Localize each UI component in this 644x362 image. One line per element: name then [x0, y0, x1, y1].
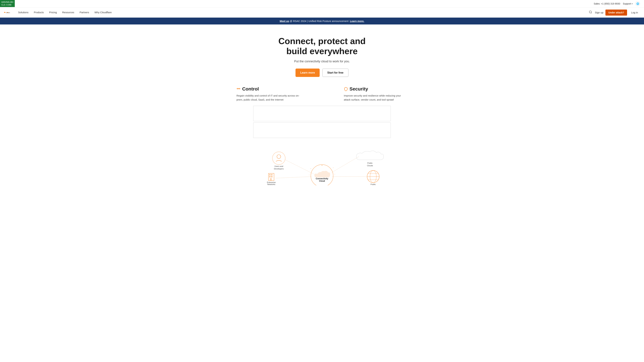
- svg-rect-13: [269, 176, 270, 177]
- cloudflare-logo[interactable]: CLOUDFLARE: [4, 10, 10, 14]
- svg-point-30: [333, 167, 334, 168]
- nav-links: Solutions Products Pricing Resources Par…: [16, 7, 588, 17]
- svg-text:Public: Public: [371, 183, 376, 185]
- diagram-top-box: [253, 106, 391, 121]
- control-desc: Regain visibility and control of IT and …: [236, 94, 300, 102]
- phone-number: Sales: +1 (650) 319 8930: [594, 2, 620, 5]
- svg-rect-12: [271, 174, 272, 175]
- start-for-free-button[interactable]: Start for free: [322, 68, 348, 77]
- main-navigation: CLOUDFLARE Solutions Products Pricing Re…: [0, 7, 644, 17]
- public-clouds-node: Public Clouds: [356, 151, 384, 166]
- globe-icon: 🌐: [636, 2, 639, 5]
- enterprise-networks-node: Enterprise Networks: [267, 173, 276, 185]
- diagram-svg: Users and Developers Public Clouds: [253, 141, 391, 185]
- svg-text:Public: Public: [367, 162, 372, 164]
- line-users-cloud: [285, 160, 314, 174]
- page-wrapper: Connect, protect and build everywhere Pu…: [0, 24, 644, 192]
- svg-text:Enterprise: Enterprise: [267, 181, 276, 183]
- top-utility-bar: Sales: +1 (650) 319 8930 Support 🌐: [0, 0, 644, 7]
- control-title-text: Control: [242, 86, 259, 92]
- connectivity-diagram: Users and Developers Public Clouds: [253, 141, 391, 185]
- logo-area: CLOUDFLARE: [4, 10, 10, 14]
- security-title-text: Security: [350, 86, 368, 92]
- svg-point-4: [272, 152, 285, 164]
- svg-rect-11: [269, 174, 270, 175]
- vitals-line1: webvitals.dev: [1, 1, 14, 3]
- diagram-bottom-box: [253, 122, 391, 138]
- vitals-badge: webvitals.dev CLS: 0.066: [0, 0, 15, 7]
- svg-text:Networks: Networks: [267, 183, 276, 185]
- signup-link[interactable]: Sign up: [595, 11, 604, 14]
- features-row: Control Regain visibility and control of…: [230, 86, 414, 102]
- hero-subtitle: Put the connectivity cloud to work for y…: [269, 60, 375, 63]
- nav-partners[interactable]: Partners: [77, 7, 92, 17]
- public-internet-node: Public Internet: [367, 170, 379, 185]
- login-button[interactable]: Log in: [629, 10, 640, 15]
- learn-more-button[interactable]: Learn more: [296, 68, 320, 77]
- meet-us-link[interactable]: Meet us: [280, 19, 289, 22]
- svg-point-28: [322, 165, 322, 166]
- users-developers-node: Users and Developers: [272, 152, 285, 170]
- support-button[interactable]: Support: [623, 2, 632, 5]
- nav-solutions[interactable]: Solutions: [16, 7, 31, 17]
- nav-why-cloudflare[interactable]: Why Cloudflare: [92, 7, 114, 17]
- nav-products[interactable]: Products: [31, 7, 46, 17]
- security-feature-card: Security Improve security and resilience…: [344, 86, 408, 102]
- announcement-banner: Meet us @ RSAC 2024 | Unified Risk Postu…: [0, 17, 644, 24]
- svg-point-32: [334, 174, 335, 174]
- search-icon[interactable]: [588, 10, 593, 15]
- nav-pricing[interactable]: Pricing: [46, 7, 60, 17]
- svg-rect-2: [237, 88, 238, 89]
- svg-point-29: [310, 168, 311, 169]
- svg-rect-3: [239, 88, 240, 89]
- learn-more-link[interactable]: Learn more.: [350, 19, 364, 22]
- line-enterprise-cloud: [276, 176, 312, 178]
- globe-button[interactable]: 🌐: [635, 1, 640, 6]
- connectivity-cloud-node: Connectivity Cloud: [311, 165, 333, 185]
- svg-point-31: [309, 175, 310, 175]
- nav-resources[interactable]: Resources: [60, 7, 77, 17]
- svg-point-5: [277, 155, 281, 158]
- control-feature-card: Control Regain visibility and control of…: [236, 86, 300, 102]
- hero-title: Connect, protect and build everywhere: [269, 36, 375, 56]
- svg-rect-15: [270, 178, 272, 180]
- svg-text:CLOUDFLARE: CLOUDFLARE: [6, 12, 10, 13]
- network-diagram-section: Users and Developers Public Clouds: [246, 106, 398, 185]
- nav-right-actions: Sign up Under attack? Log in: [588, 9, 640, 15]
- vitals-line2: CLS: 0.066: [1, 4, 12, 6]
- hero-content: Connect, protect and build everywhere Pu…: [265, 36, 379, 85]
- svg-text:Cloud: Cloud: [319, 180, 325, 182]
- security-icon: [344, 87, 348, 91]
- svg-rect-14: [271, 176, 272, 177]
- svg-point-1: [589, 11, 591, 13]
- line-pubcloud-cloud: [332, 157, 359, 172]
- announcement-text: @ RSAC 2024 | Unified Risk Posture annou…: [290, 19, 348, 22]
- hero-buttons: Learn more Start for free: [269, 68, 375, 77]
- under-attack-button[interactable]: Under attack?: [606, 9, 627, 15]
- hero-section: Connect, protect and build everywhere Pu…: [0, 24, 644, 192]
- control-icon: [236, 87, 240, 91]
- security-title: Security: [344, 86, 408, 92]
- svg-text:Users and: Users and: [274, 165, 283, 167]
- svg-text:Clouds: Clouds: [367, 164, 373, 166]
- svg-text:Connectivity: Connectivity: [316, 177, 328, 180]
- logo-svg: CLOUDFLARE: [4, 10, 10, 14]
- security-desc: Improve security and resilience while re…: [344, 94, 408, 102]
- control-title: Control: [236, 86, 300, 92]
- svg-text:Developers: Developers: [274, 168, 284, 170]
